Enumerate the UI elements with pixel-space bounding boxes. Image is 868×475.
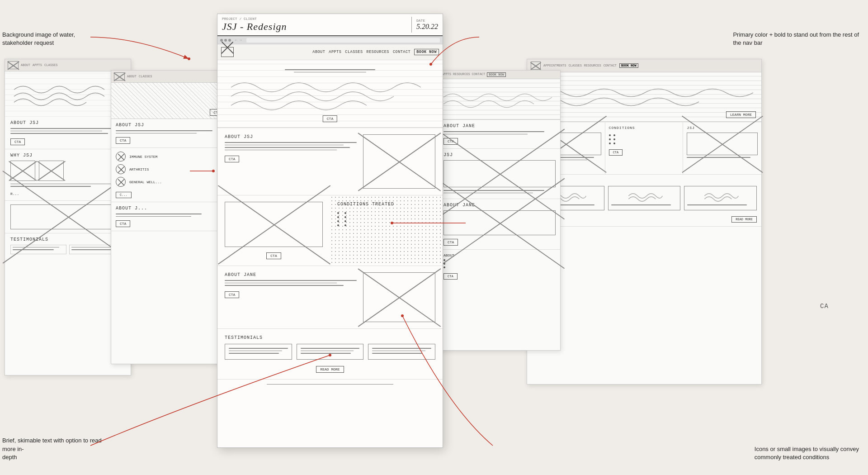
about-jane-title: About Jane [225,272,357,277]
project-label: PROJECT / CLIENT [222,17,287,21]
nav-contact[interactable]: CONTACT [393,50,410,54]
read-more-btn[interactable]: READ MORE [316,366,344,373]
rw2-conditions-title: Conditions [609,126,679,130]
about-jsj-title: About JSJ [225,134,357,139]
cta-btn-rw1-jane2[interactable]: CTA [443,239,458,246]
testimonials-title: Testimonials [225,335,435,340]
left-wireframe-2: ABOUTCLASSES CTA About JSJ CTA Im [111,70,228,364]
main-container: ABOUTAPPTSCLASSES CTA About JSJ CTA [0,0,868,475]
annotation-bottom-right: Icons or small images to visually convey… [755,445,859,461]
cta-btn-lw2-conditions[interactable]: C... [116,192,132,198]
right-wireframe-2: APPOINTMENTSCLASSESRESOURCESCONTACT BOOK… [527,59,762,385]
annotation-top-right: Primary color + bold to stand out from t… [733,31,859,47]
browser-dot-2 [224,39,227,42]
url-bar [246,38,440,43]
cta-btn-conditions[interactable]: CTA [266,252,281,259]
lw2-condition-2: Arthritis [129,167,149,171]
lw1-why-title: Why JSJ [10,153,125,158]
cta-btn-hero[interactable]: CTA [323,115,337,122]
lw2-about-title: About JSJ [116,123,223,128]
cta-btn-lw2-about[interactable]: CTA [116,137,130,144]
lw2-jane-title: About J... [116,206,223,211]
rw1-jane2-title: About Jane [443,203,556,208]
nav-appts[interactable]: APPTS [329,50,341,54]
nav-classes[interactable]: CLASSES [345,50,363,54]
cta-btn-about-jsj[interactable]: CTA [225,156,239,162]
browser-dot-1 [220,39,223,42]
project-header: PROJECT / CLIENT JSJ - Redesign DATE 5.2… [217,14,443,36]
nav-resources[interactable]: RESOURCES [367,50,389,54]
right-wireframe-1: APPTSRESOURCESCONTACTBOOK NOW About Jane… [439,70,561,351]
main-nav: ABOUT APPTS CLASSES RESOURCES CONTACT BO… [217,44,443,60]
lw1-about-title: About JSJ [10,120,125,125]
project-title: JSJ - Redesign [222,21,287,33]
center-wireframe-main: PROJECT / CLIENT JSJ - Redesign DATE 5.2… [217,14,443,448]
ca-label: CA [820,303,829,310]
nav-about[interactable]: ABOUT [312,50,325,54]
rw1-jsj-title: JSJ [443,152,556,157]
cta-btn-lw2-jane[interactable]: CTA [116,220,130,227]
lw1-testimonials-title: Testimonials [10,237,125,242]
conditions-title: Conditions Treated [337,202,435,207]
rw2-testimonials-title: ...nials [532,178,757,183]
annotation-top-left: Background image of water, stakeholder r… [2,31,102,47]
cta-btn-rw2-conditions[interactable]: CTA [609,149,623,156]
browser-dot-3 [228,39,231,42]
read-more-btn-rw2[interactable]: Read More [731,216,757,223]
cta-btn-lw1-about[interactable]: CTA [10,138,25,145]
browser-bar: ← → [217,36,443,44]
date-label: DATE [416,19,438,23]
rw1-jane-title: About Jane [443,124,556,128]
lw2-condition-3: General Well... [129,180,162,184]
svg-point-6 [188,57,190,60]
cta-btn-rw1-about[interactable]: CTA [443,273,458,280]
date-value: 5.20.22 [416,23,438,31]
annotation-bottom-left: Brief, skimable text with option to read… [2,437,102,461]
logo-placeholder [221,47,234,57]
learn-more-btn-rw2[interactable]: Learn More [726,111,756,118]
cta-btn-about-jane[interactable]: CTA [225,291,239,298]
nav-book-now[interactable]: BOOK NOW [414,49,439,55]
lw2-condition-1: Immune System [129,155,157,159]
